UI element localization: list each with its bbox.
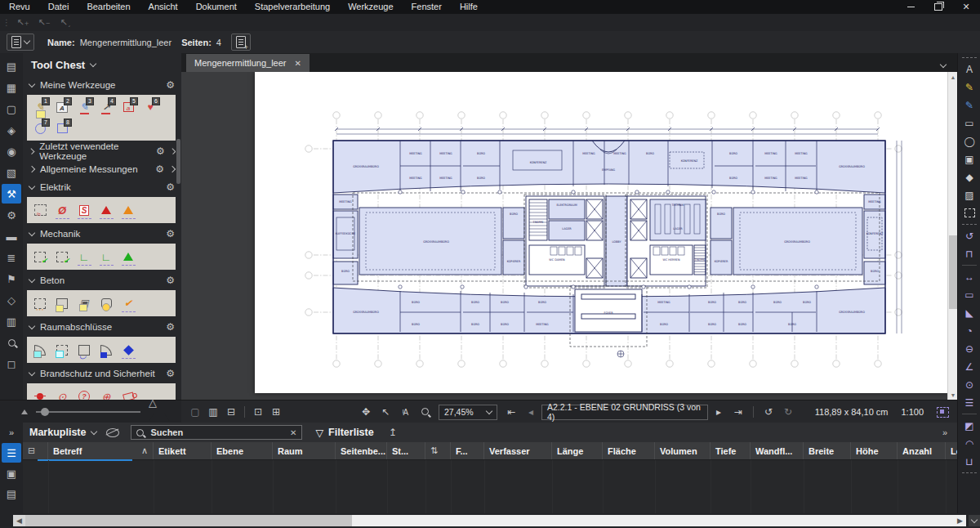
section-overflow-icon[interactable] — [169, 166, 176, 172]
rectangle-tool[interactable]: 8 — [52, 119, 72, 138]
text-tool-icon[interactable]: A — [960, 60, 979, 78]
file-access-icon[interactable]: ▤ — [2, 56, 21, 76]
gear-icon[interactable]: ⚙ — [166, 275, 175, 286]
scroll-right-button[interactable]: ▶ — [954, 515, 966, 526]
select-text-icon[interactable]: ᴵA — [396, 408, 414, 417]
highlighter-tool-icon[interactable]: ✎ — [960, 78, 979, 96]
zone-tool[interactable] — [30, 200, 50, 220]
note-tool-icon[interactable]: ▣ — [960, 150, 979, 168]
previous-view-icon[interactable]: ↺ — [760, 406, 777, 418]
measure-polyarea-icon[interactable]: ◣ — [960, 304, 979, 321]
clear-search-icon[interactable]: ✕ — [290, 428, 296, 437]
horizontal-scroll-thumb[interactable] — [25, 515, 352, 526]
document-tab[interactable]: Mengenermittlung_leer ✕ — [186, 54, 310, 72]
previous-page-icon[interactable]: ◂ — [522, 406, 540, 418]
camera-count-tool[interactable] — [118, 387, 138, 400]
alarm-count-tool[interactable] — [74, 387, 94, 400]
summary-icon[interactable]: ▤ — [2, 484, 21, 503]
select-edit-icon[interactable]: ↖ˏ — [55, 17, 76, 28]
gear-icon[interactable]: ⚙ — [166, 228, 175, 239]
tool-chest-section-3[interactable]: Elektrik⚙ — [23, 178, 181, 196]
stamp-tool-icon[interactable]: ◆ — [960, 168, 979, 186]
menu-bearbeiten[interactable]: Bearbeiten — [78, 0, 139, 14]
blue-square-tool[interactable] — [96, 340, 116, 360]
expand-panel-icon[interactable]: » — [0, 423, 23, 442]
links-icon[interactable]: ◻ — [2, 354, 21, 374]
menu-datei[interactable]: Datei — [39, 0, 78, 14]
menu-stapelverarbeitung[interactable]: Stapelverarbeitung — [246, 0, 339, 14]
hydrant-count-tool[interactable] — [52, 387, 72, 400]
red-triangle-count-tool[interactable] — [96, 200, 116, 220]
measure-volume-icon[interactable]: ⊔ — [960, 453, 979, 470]
menu-ansicht[interactable]: Ansicht — [140, 0, 187, 14]
gear-icon[interactable]: ⚙ — [156, 145, 165, 157]
collapse-all-icon[interactable]: ⊟ — [23, 442, 48, 459]
search-input[interactable] — [149, 427, 285, 438]
column-header-höhe[interactable]: Höhe — [851, 442, 898, 459]
measure-radius-icon[interactable]: ⊙ — [960, 376, 979, 393]
column-header-verfasser[interactable]: Verfasser — [484, 442, 552, 459]
tool-chest-section-1[interactable]: Zuletzt verwendete Werkzeuge⚙ — [23, 142, 181, 160]
yellow-box-tool[interactable] — [74, 293, 94, 313]
pan-tool-icon[interactable]: ✥ — [357, 406, 375, 418]
hide-markups-icon[interactable] — [106, 428, 119, 437]
measure-count-icon[interactable]: ☰ — [960, 394, 979, 411]
column-header-fläche[interactable]: Fläche — [603, 442, 655, 459]
gear-icon[interactable]: ⚙ — [166, 79, 175, 91]
green-triangle-count-tool[interactable] — [118, 247, 138, 266]
callout-tool[interactable]: 5 — [118, 97, 138, 117]
flags-icon[interactable]: ⚑ — [2, 269, 21, 289]
green-length-tool[interactable] — [74, 247, 94, 266]
markup-table-body[interactable] — [23, 460, 957, 513]
valve-count-tool[interactable] — [96, 387, 116, 400]
yellow-area-tool[interactable] — [52, 293, 72, 313]
blue-curve-tool[interactable] — [74, 340, 94, 360]
measure-area-icon[interactable]: ▭ — [960, 286, 979, 303]
measure-diameter-icon[interactable]: ⊖ — [960, 340, 979, 357]
select-subtract-icon[interactable]: ↖₋ — [33, 17, 55, 28]
split-view-icon[interactable]: ⊟ — [222, 406, 240, 418]
menu-werkzeuge[interactable]: Werkzeuge — [339, 0, 402, 14]
text-box-tool[interactable]: 2 — [52, 97, 72, 117]
insert-page-button[interactable] — [231, 34, 251, 51]
tool-chest-icon[interactable]: ⚒ — [2, 184, 21, 204]
page-setup-dropdown[interactable] — [7, 34, 34, 51]
measure-wallarea-icon[interactable]: ◩ — [960, 417, 979, 434]
sets-icon[interactable]: ▥ — [2, 311, 21, 331]
column-header-etikett[interactable]: Etikett — [154, 442, 212, 459]
column-header-anzahl[interactable]: Anzahl — [898, 442, 946, 459]
measure-perimeter-icon[interactable]: ⊓ — [960, 245, 979, 262]
thumbnails-icon[interactable]: ▦ — [2, 78, 21, 97]
fit-width-icon[interactable]: ⊞ — [267, 406, 285, 418]
yellow-circle-tool[interactable] — [96, 293, 116, 313]
sort-updown-icon[interactable]: ⇅ — [425, 442, 451, 459]
cloud-tool[interactable]: 6 — [140, 97, 160, 117]
tool-chest-section-0[interactable]: Meine Werkzeuge⚙ — [23, 76, 181, 94]
markup-summary-icon[interactable]: ≣ — [2, 248, 21, 267]
measure-arc-icon[interactable]: ↺ — [960, 227, 979, 244]
first-page-icon[interactable]: ⇤ — [502, 406, 520, 418]
column-header-f-[interactable]: F... — [451, 442, 484, 459]
toolbar-grip[interactable]: ⋮ — [0, 18, 12, 27]
column-header-breite[interactable]: Breite — [804, 442, 851, 459]
vertical-scroll-thumb[interactable] — [949, 235, 957, 309]
markup-list-icon[interactable]: ☰ — [2, 443, 21, 463]
minimize-button[interactable] — [897, 0, 924, 14]
slider-thumb[interactable] — [41, 408, 49, 416]
detector-count-tool[interactable] — [30, 387, 50, 400]
icon-size-slider[interactable] — [36, 411, 140, 413]
highlighter-tool[interactable]: 1 — [30, 97, 50, 117]
measurements-icon[interactable]: ▬ — [2, 226, 21, 246]
side-by-side-view-icon[interactable]: ▥ — [204, 406, 222, 418]
next-page-icon[interactable]: ▸ — [710, 406, 728, 418]
ellipse-tool[interactable]: 7 — [30, 119, 50, 138]
column-header-länge[interactable]: Länge — [552, 442, 603, 459]
filter-list-button[interactable]: ▽ Filterliste — [315, 427, 373, 439]
spaces-icon[interactable]: ▧ — [2, 163, 21, 182]
gear-icon[interactable]: ⚙ — [166, 181, 175, 193]
shapes-icon[interactable]: ◇ — [2, 290, 21, 310]
single-page-view-icon[interactable]: ▢ — [186, 406, 204, 418]
tab-close-icon[interactable]: ✕ — [295, 59, 301, 68]
measure-cutout-icon[interactable]: ◔ — [960, 322, 979, 339]
column-header-betreff[interactable]: Betreff∧ — [48, 442, 154, 459]
